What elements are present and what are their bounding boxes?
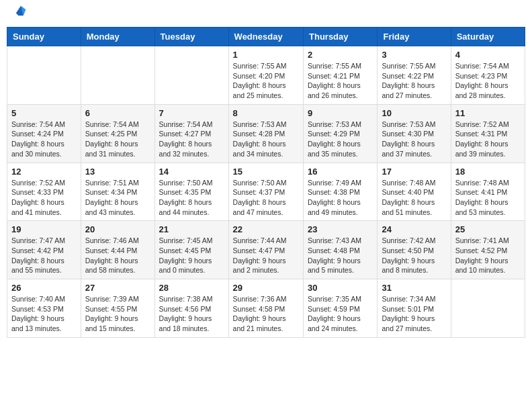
day-info: Sunrise: 7:42 AMSunset: 4:50 PMDaylight:… (382, 236, 446, 275)
day-info: Sunrise: 7:49 AMSunset: 4:38 PMDaylight:… (308, 178, 373, 218)
day-number: 1 (233, 50, 299, 60)
calendar-cell (7, 46, 81, 105)
day-info: Sunrise: 7:34 AMSunset: 5:01 PMDaylight:… (382, 294, 446, 334)
calendar-cell: 28Sunrise: 7:38 AMSunset: 4:56 PMDayligh… (154, 279, 228, 338)
calendar-cell (154, 46, 228, 105)
calendar-cell: 30Sunrise: 7:35 AMSunset: 4:59 PMDayligh… (304, 279, 378, 338)
day-number: 9 (308, 108, 373, 118)
calendar-week-row: 1Sunrise: 7:55 AMSunset: 4:20 PMDaylight… (7, 46, 525, 105)
day-info: Sunrise: 7:54 AMSunset: 4:23 PMDaylight:… (455, 61, 521, 101)
day-info: Sunrise: 7:52 AMSunset: 4:31 PMDaylight:… (455, 120, 521, 159)
calendar-cell: 22Sunrise: 7:44 AMSunset: 4:47 PMDayligh… (228, 221, 303, 279)
day-info: Sunrise: 7:52 AMSunset: 4:33 PMDaylight:… (11, 178, 77, 218)
day-number: 20 (85, 224, 150, 234)
day-number: 3 (382, 50, 446, 60)
calendar-header-wednesday: Wednesday (228, 28, 303, 46)
day-info: Sunrise: 7:50 AMSunset: 4:37 PMDaylight:… (233, 178, 299, 218)
day-number: 17 (382, 167, 446, 177)
day-number: 5 (11, 108, 77, 118)
day-info: Sunrise: 7:48 AMSunset: 4:40 PMDaylight:… (382, 178, 446, 218)
day-number: 29 (233, 283, 299, 293)
day-number: 8 (233, 108, 299, 118)
day-info: Sunrise: 7:50 AMSunset: 4:35 PMDaylight:… (159, 178, 224, 218)
day-number: 19 (11, 224, 77, 234)
day-info: Sunrise: 7:38 AMSunset: 4:56 PMDaylight:… (159, 294, 224, 334)
day-number: 24 (382, 224, 446, 234)
calendar-cell: 18Sunrise: 7:48 AMSunset: 4:41 PMDayligh… (451, 163, 525, 221)
calendar-cell: 2Sunrise: 7:55 AMSunset: 4:21 PMDaylight… (304, 46, 378, 105)
day-number: 16 (308, 167, 373, 177)
day-number: 7 (159, 108, 224, 118)
day-info: Sunrise: 7:41 AMSunset: 4:52 PMDaylight:… (455, 236, 521, 275)
calendar-header-friday: Friday (378, 28, 451, 46)
day-number: 6 (85, 108, 150, 118)
day-number: 21 (159, 224, 224, 234)
day-info: Sunrise: 7:35 AMSunset: 4:59 PMDaylight:… (308, 294, 373, 334)
calendar-cell: 31Sunrise: 7:34 AMSunset: 5:01 PMDayligh… (378, 279, 451, 338)
logo (13, 10, 27, 17)
day-number: 4 (455, 50, 521, 60)
day-info: Sunrise: 7:39 AMSunset: 4:55 PMDaylight:… (85, 294, 150, 334)
day-number: 13 (85, 167, 150, 177)
day-number: 15 (233, 167, 299, 177)
day-number: 31 (382, 283, 446, 293)
calendar-cell: 25Sunrise: 7:41 AMSunset: 4:52 PMDayligh… (451, 221, 525, 279)
calendar-cell: 9Sunrise: 7:53 AMSunset: 4:29 PMDaylight… (304, 104, 378, 163)
day-info: Sunrise: 7:54 AMSunset: 4:24 PMDaylight:… (11, 120, 77, 159)
calendar-cell: 20Sunrise: 7:46 AMSunset: 4:44 PMDayligh… (81, 221, 154, 279)
day-info: Sunrise: 7:55 AMSunset: 4:21 PMDaylight:… (308, 61, 373, 101)
calendar-cell: 12Sunrise: 7:52 AMSunset: 4:33 PMDayligh… (7, 163, 81, 221)
day-number: 27 (85, 283, 150, 293)
calendar-header-sunday: Sunday (7, 28, 81, 46)
calendar-week-row: 5Sunrise: 7:54 AMSunset: 4:24 PMDaylight… (7, 104, 525, 163)
day-info: Sunrise: 7:47 AMSunset: 4:42 PMDaylight:… (11, 236, 77, 275)
day-info: Sunrise: 7:54 AMSunset: 4:25 PMDaylight:… (85, 120, 150, 159)
calendar-cell: 5Sunrise: 7:54 AMSunset: 4:24 PMDaylight… (7, 104, 81, 163)
day-info: Sunrise: 7:51 AMSunset: 4:34 PMDaylight:… (85, 178, 150, 218)
calendar-header-monday: Monday (81, 28, 154, 46)
logo-icon (15, 5, 27, 17)
day-number: 26 (11, 283, 77, 293)
day-info: Sunrise: 7:53 AMSunset: 4:28 PMDaylight:… (233, 120, 299, 159)
day-info: Sunrise: 7:43 AMSunset: 4:48 PMDaylight:… (308, 236, 373, 275)
calendar-cell: 29Sunrise: 7:36 AMSunset: 4:58 PMDayligh… (228, 279, 303, 338)
day-info: Sunrise: 7:55 AMSunset: 4:20 PMDaylight:… (233, 61, 299, 101)
calendar-cell: 26Sunrise: 7:40 AMSunset: 4:53 PMDayligh… (7, 279, 81, 338)
calendar-cell: 10Sunrise: 7:53 AMSunset: 4:30 PMDayligh… (378, 104, 451, 163)
day-info: Sunrise: 7:53 AMSunset: 4:30 PMDaylight:… (382, 120, 446, 159)
calendar-cell: 24Sunrise: 7:42 AMSunset: 4:50 PMDayligh… (378, 221, 451, 279)
calendar-cell: 14Sunrise: 7:50 AMSunset: 4:35 PMDayligh… (154, 163, 228, 221)
day-number: 30 (308, 283, 373, 293)
calendar-cell (81, 46, 154, 105)
calendar-cell: 13Sunrise: 7:51 AMSunset: 4:34 PMDayligh… (81, 163, 154, 221)
day-info: Sunrise: 7:44 AMSunset: 4:47 PMDaylight:… (233, 236, 299, 275)
calendar-header-row: SundayMondayTuesdayWednesdayThursdayFrid… (7, 28, 525, 46)
calendar-header-saturday: Saturday (451, 28, 525, 46)
calendar-week-row: 19Sunrise: 7:47 AMSunset: 4:42 PMDayligh… (7, 221, 525, 279)
calendar-cell: 4Sunrise: 7:54 AMSunset: 4:23 PMDaylight… (451, 46, 525, 105)
day-number: 14 (159, 167, 224, 177)
day-info: Sunrise: 7:48 AMSunset: 4:41 PMDaylight:… (455, 178, 521, 218)
calendar-cell: 16Sunrise: 7:49 AMSunset: 4:38 PMDayligh… (304, 163, 378, 221)
day-info: Sunrise: 7:40 AMSunset: 4:53 PMDaylight:… (11, 294, 77, 334)
calendar-cell (451, 279, 525, 338)
calendar-cell: 27Sunrise: 7:39 AMSunset: 4:55 PMDayligh… (81, 279, 154, 338)
calendar-week-row: 26Sunrise: 7:40 AMSunset: 4:53 PMDayligh… (7, 279, 525, 338)
day-number: 12 (11, 167, 77, 177)
calendar-cell: 19Sunrise: 7:47 AMSunset: 4:42 PMDayligh… (7, 221, 81, 279)
calendar-cell: 7Sunrise: 7:54 AMSunset: 4:27 PMDaylight… (154, 104, 228, 163)
day-number: 22 (233, 224, 299, 234)
calendar-header-thursday: Thursday (304, 28, 378, 46)
calendar-week-row: 12Sunrise: 7:52 AMSunset: 4:33 PMDayligh… (7, 163, 525, 221)
calendar-cell: 21Sunrise: 7:45 AMSunset: 4:45 PMDayligh… (154, 221, 228, 279)
calendar-cell: 3Sunrise: 7:55 AMSunset: 4:22 PMDaylight… (378, 46, 451, 105)
day-number: 23 (308, 224, 373, 234)
day-number: 11 (455, 108, 521, 118)
calendar-cell: 17Sunrise: 7:48 AMSunset: 4:40 PMDayligh… (378, 163, 451, 221)
day-number: 25 (455, 224, 521, 234)
calendar-cell: 6Sunrise: 7:54 AMSunset: 4:25 PMDaylight… (81, 104, 154, 163)
page-header (7, 7, 525, 20)
day-info: Sunrise: 7:46 AMSunset: 4:44 PMDaylight:… (85, 236, 150, 275)
calendar-table: SundayMondayTuesdayWednesdayThursdayFrid… (7, 27, 525, 338)
calendar-cell: 11Sunrise: 7:52 AMSunset: 4:31 PMDayligh… (451, 104, 525, 163)
